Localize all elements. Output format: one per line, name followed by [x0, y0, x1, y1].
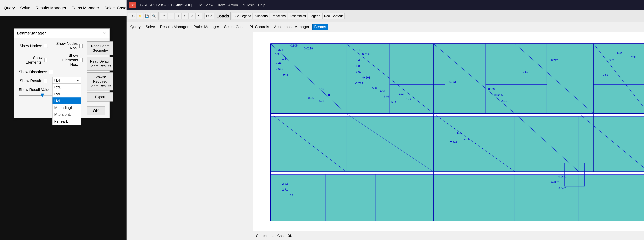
show-directions-row: Show Directions: — [19, 70, 83, 74]
svg-rect-18 — [579, 116, 644, 172]
svg-rect-8 — [547, 44, 594, 114]
menu-select-case[interactable]: Select Case — [102, 4, 129, 12]
svg-text:-0.322: -0.322 — [450, 140, 457, 143]
svg-rect-3 — [390, 44, 445, 84]
menu-query[interactable]: Query — [2, 4, 17, 12]
toolbar-open-icon[interactable]: 📁 — [137, 13, 143, 19]
toolbar-plus-icon[interactable]: + — [168, 13, 174, 19]
menu-help[interactable]: Help — [258, 3, 265, 7]
option-ryl[interactable]: RyL — [52, 90, 81, 98]
show-result-value-label: Show Result Value: — [19, 88, 52, 92]
option-mbendingl[interactable]: MbendingL — [52, 104, 81, 111]
svg-text:0.0924: 0.0924 — [551, 181, 559, 184]
menu-results-manager[interactable]: Results Manager — [33, 4, 69, 12]
toolbar-rec-contour[interactable]: Rec. Contour — [322, 13, 344, 19]
menu-draw[interactable]: Draw — [216, 3, 225, 7]
toolbar-lc[interactable]: .LC — [128, 13, 136, 19]
right-buttons-panel: Read Beam Geometry Read DefaultBeam Resu… — [87, 41, 113, 102]
menubar2-select-case[interactable]: Select Case — [222, 24, 246, 30]
status-value: DL — [288, 234, 292, 238]
toolbar-legend[interactable]: Legend — [308, 13, 322, 19]
show-result-group: Show Result: — [19, 78, 48, 83]
dropdown-selected-value: UzL — [54, 78, 61, 83]
toolbar-reactions[interactable]: Reactions — [270, 13, 287, 19]
toolbar-pencil-icon[interactable]: ✏ — [182, 13, 188, 19]
option-fshearl[interactable]: FshearL — [52, 118, 81, 125]
show-nodes-nos-label: Show Nodes Nos: — [54, 41, 78, 50]
svg-text:-0.789: -0.789 — [355, 82, 363, 85]
svg-rect-23 — [434, 174, 515, 221]
slider-thumb[interactable] — [40, 94, 44, 98]
menu-action[interactable]: Action — [228, 3, 238, 7]
toolbar-bcs-legend[interactable]: BCs Legend — [232, 13, 253, 19]
app-title: BE4E-PLPost - [1.DL-title1-DL] — [140, 3, 192, 8]
left-panel: Query Solve Results Manager Paths Manage… — [0, 0, 126, 240]
menu-file[interactable]: File — [196, 3, 202, 7]
ok-button[interactable]: OK — [87, 106, 105, 115]
svg-text:6.88: 6.88 — [372, 86, 378, 89]
menu-view[interactable]: View — [206, 3, 213, 7]
menubar2-beams[interactable]: Beams — [312, 24, 328, 30]
toolbar-assemblies[interactable]: Assemblies — [288, 13, 307, 19]
app-icon: BE — [130, 2, 136, 8]
toolbar-rotate-icon[interactable]: ↺ — [188, 13, 195, 19]
show-nodes-label: Show Nodes: — [19, 44, 42, 48]
show-elements-nos-group: Show Elements Nos: — [54, 53, 83, 67]
svg-text:0773: 0773 — [450, 80, 456, 84]
browse-required-beam-results-button[interactable]: Browse RequiredBeam Results — [87, 72, 113, 90]
menubar2-paths-manager[interactable]: Paths Manager — [192, 24, 221, 30]
svg-rect-20 — [270, 174, 326, 221]
dropdown-arrow-icon: ▼ — [76, 79, 79, 82]
read-default-beam-results-button[interactable]: Read DefaultBeam Results — [87, 57, 113, 70]
show-elements-nos-checkbox[interactable] — [80, 58, 83, 62]
menu-solve[interactable]: Solve — [18, 4, 32, 12]
show-elements-checkbox[interactable] — [44, 58, 48, 62]
svg-text:4.43: 4.43 — [406, 98, 411, 101]
svg-text:2.71: 2.71 — [282, 188, 288, 191]
show-directions-checkbox[interactable] — [49, 70, 53, 74]
canvas-area: -0.371 -0.305 0.0238 0.34 1.37 -2.44 -0.… — [253, 32, 644, 240]
svg-text:-2.52: -2.52 — [602, 73, 608, 76]
option-uzl[interactable]: UzL — [52, 98, 81, 104]
svg-rect-14 — [270, 116, 346, 172]
status-bar: Current Load Case: DL — [253, 231, 644, 240]
option-mtorsionl[interactable]: MtorsionL — [52, 111, 81, 118]
svg-text:0.0238: 0.0238 — [304, 47, 313, 50]
menubar2-pl-controls[interactable]: PL Controls — [248, 24, 271, 30]
menubar2-solve[interactable]: Solve — [144, 24, 157, 30]
show-nodes-nos-checkbox[interactable] — [80, 44, 83, 48]
dialog-close-button[interactable]: × — [102, 31, 106, 36]
svg-text:0.0672: 0.0672 — [558, 175, 566, 178]
svg-rect-10 — [594, 84, 644, 114]
svg-text:0.0461: 0.0461 — [558, 187, 566, 190]
loads-label: Loads — [216, 14, 229, 18]
menu-paths-manager[interactable]: Paths Manager — [69, 4, 102, 12]
menubar2-query[interactable]: Query — [128, 24, 143, 30]
option-rxl[interactable]: RxL — [52, 84, 81, 90]
dialog-titlebar: BeamsManager × — [14, 29, 110, 38]
toolbar-search-icon[interactable]: 🔍 — [151, 13, 157, 19]
status-label: Current Load Case: — [256, 234, 286, 238]
show-result-value-group: Show Result Value: — [19, 88, 57, 92]
toolbar-grid-icon[interactable]: ⊞ — [174, 13, 181, 19]
show-nodes-checkbox[interactable] — [44, 44, 48, 48]
second-menubar: Query Solve Results Manager Paths Manage… — [126, 22, 644, 32]
toolbar-sep4 — [230, 12, 231, 20]
show-directions-group: Show Directions: — [19, 70, 53, 74]
toolbar-supports[interactable]: Supports — [253, 13, 269, 19]
toolbar-cursor-icon[interactable]: ↖ — [196, 13, 202, 19]
svg-text:6.38: 6.38 — [318, 99, 324, 102]
toolbar-re[interactable]: Re — [160, 13, 167, 19]
menu-pldesin[interactable]: PLDesin — [242, 3, 255, 7]
svg-text:3.08: 3.08 — [384, 95, 389, 98]
toolbar-save-icon[interactable]: 💾 — [144, 13, 150, 19]
show-result-checkbox[interactable] — [44, 79, 48, 83]
svg-rect-24 — [515, 174, 579, 221]
read-beam-geometry-button[interactable]: Read Beam Geometry — [87, 41, 113, 55]
toolbar-bcs[interactable]: BCs — [204, 13, 214, 19]
export-button[interactable]: Export — [87, 92, 113, 102]
app-titlebar: BE BE4E-PLPost - [1.DL-title1-DL] File V… — [126, 0, 644, 10]
menubar2-results-manager[interactable]: Results Manager — [158, 24, 191, 30]
svg-text:-1.8: -1.8 — [355, 64, 360, 68]
menubar2-assemblies-manager[interactable]: Assemblies Manager — [272, 24, 312, 30]
